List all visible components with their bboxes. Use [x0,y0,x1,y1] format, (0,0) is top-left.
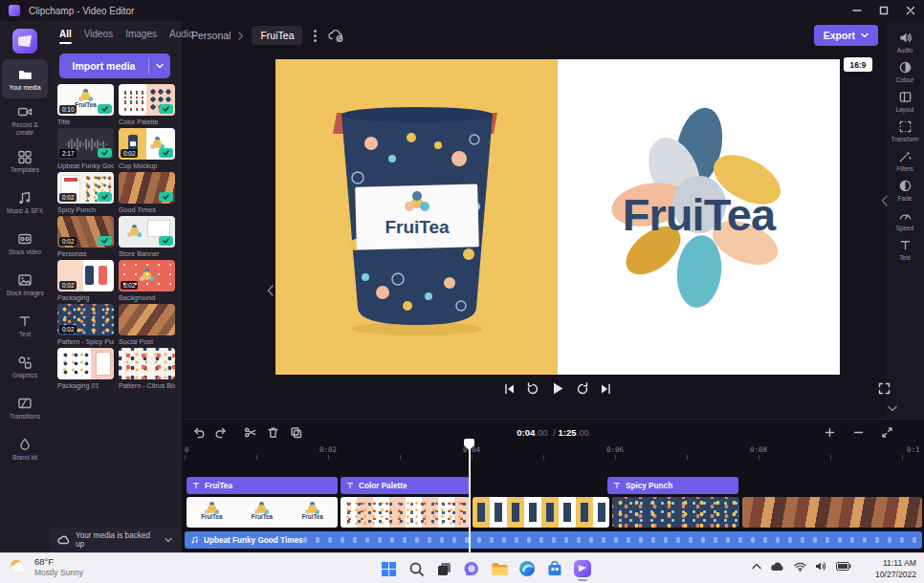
undo-button[interactable] [189,423,207,441]
video-clip-cup-mockup[interactable] [473,497,609,528]
text-clip-color-palette[interactable]: Color Palette [341,477,470,494]
skip-to-start-button[interactable] [504,383,516,395]
media-thumbnail[interactable] [119,304,175,335]
properties-item-transform[interactable]: Transform [886,119,924,142]
backup-status-bar[interactable]: Your media is backed up [50,528,182,552]
close-button[interactable] [897,0,924,21]
sidebar-item-templates[interactable]: Templates [2,141,48,181]
video-clip-good-times[interactable] [742,497,922,528]
tab-videos[interactable]: Videos [84,29,113,44]
media-thumbnail[interactable]: 0:02 [57,260,114,292]
breadcrumb-root[interactable]: Personal [191,30,231,41]
chat-button[interactable] [460,556,483,581]
microsoft-store-button[interactable] [543,556,566,581]
media-thumbnail[interactable]: 2:17 [57,128,114,160]
media-thumbnail[interactable]: 0:02 [119,260,175,292]
preview-canvas[interactable]: FruiTea FruiTea [275,59,840,375]
start-button[interactable] [377,556,400,581]
collapse-timeline-button[interactable] [888,405,897,412]
video-clip-title[interactable]: FruiTea FruiTea FruiTea [187,497,338,528]
collapse-properties-handle[interactable] [881,195,888,206]
system-tray [752,561,851,572]
sidebar-item-music-sfx[interactable]: Music & SFX [2,183,48,222]
tray-chevron-up-icon[interactable] [752,563,761,570]
tab-images[interactable]: Images [125,29,157,44]
clipchamp-taskbar-button[interactable] [571,556,594,581]
rewind-one-second-button[interactable] [527,382,539,395]
text-clip-fruitea[interactable]: FruiTea [187,477,338,494]
properties-item-audio[interactable]: Audio [886,31,924,54]
volume-icon[interactable] [815,561,827,572]
properties-item-fade[interactable]: Fade [886,179,924,202]
search-button[interactable] [405,556,428,581]
sidebar-item-stock-images[interactable]: Stock images [2,265,48,304]
sidebar-item-brand-kit[interactable]: Brand kit [2,429,48,468]
more-options-icon[interactable] [314,34,317,37]
media-thumbnail[interactable]: FruiTea 0:10 [57,84,114,116]
taskbar-clock[interactable]: 11:11 AM 10/27/2022 [875,557,916,580]
forward-one-second-button[interactable] [577,382,589,395]
media-thumbnail[interactable] [57,348,114,379]
export-button[interactable]: Export [814,25,878,46]
cup-label-text: FruiTea [385,217,450,237]
media-item-social-post: Social Post [119,304,175,348]
wifi-icon[interactable] [794,562,806,572]
taskbar-weather-widget[interactable]: 68°F Mostly Sunny [8,556,83,577]
text-clip-spicy-punch[interactable]: Spicy Punch [607,477,738,494]
file-explorer-button[interactable] [488,556,511,581]
sidebar-item-your-media[interactable]: Your media [2,59,48,98]
audio-clip-upbeat-funky-good-times[interactable]: Upbeat Funky Good Times [185,531,922,549]
maximize-button[interactable] [870,0,897,21]
task-view-button[interactable] [432,556,455,581]
media-item-upbeat-audio: 2:17 Upbeat Funky Good Tim.. [57,128,114,172]
media-thumbnail[interactable]: 0:02 [57,216,114,248]
redo-button[interactable] [212,423,230,441]
sidebar-item-graphics[interactable]: Graphics [2,347,48,386]
import-media-button[interactable]: Import media [59,54,170,78]
collapse-media-panel-handle[interactable] [267,285,274,296]
edge-browser-button[interactable] [516,556,539,581]
media-item-packaging-01: Packaging 01 [57,348,114,392]
aspect-ratio-badge[interactable]: 16:9 [844,57,872,72]
media-thumbnail[interactable]: 0:02 [57,172,114,204]
sidebar-item-stock-video[interactable]: Stock video [2,224,48,263]
chevron-down-icon[interactable] [149,63,170,69]
zoom-in-button[interactable] [821,423,838,441]
media-thumbnail[interactable] [119,172,175,204]
media-thumbnail[interactable]: 0:02 [119,128,175,160]
tab-audio[interactable]: Audio [169,29,194,44]
properties-item-speed[interactable]: Speed [886,208,924,231]
properties-item-layout[interactable]: Layout [886,90,924,113]
delete-button[interactable] [264,423,281,441]
sidebar-item-text[interactable]: Text [2,306,48,345]
media-thumbnail[interactable]: 0:02 [57,304,114,335]
media-thumbnail[interactable] [119,216,175,248]
fade-icon [898,179,913,193]
properties-item-filters[interactable]: Filters [886,149,924,172]
video-clip-spicy-punch[interactable] [612,497,739,528]
duplicate-button[interactable] [287,423,304,441]
fullscreen-button[interactable] [878,382,891,395]
video-clip-color-palette[interactable] [341,497,470,528]
sidebar-item-transitions[interactable]: Transitions [2,388,48,427]
play-button[interactable] [551,381,565,396]
tab-all[interactable]: All [59,29,72,44]
battery-icon[interactable] [836,562,851,571]
timeline-ruler[interactable]: 0 0:02 0:04 0:06 0:08 0:1 [182,444,924,460]
check-badge-icon [98,236,112,246]
media-item-pattern-citrus-blast: Pattern - Citrus Blast [119,348,175,392]
properties-item-colour[interactable]: Colour [886,60,924,83]
media-thumbnail[interactable] [119,348,175,379]
media-thumbnail[interactable] [119,84,175,116]
skip-to-end-button[interactable] [601,383,612,395]
minimize-button[interactable] [844,0,870,21]
properties-item-text[interactable]: Text [886,238,924,261]
split-scissors-button[interactable] [241,423,258,441]
project-name[interactable]: FruiTea [252,26,302,45]
playhead-line[interactable] [469,447,471,556]
zoom-out-button[interactable] [849,423,867,441]
onedrive-icon[interactable] [770,561,785,572]
sidebar-item-record-create[interactable]: Record & create [2,100,48,140]
zoom-fit-button[interactable] [878,423,895,441]
chevron-down-icon[interactable] [157,537,172,543]
